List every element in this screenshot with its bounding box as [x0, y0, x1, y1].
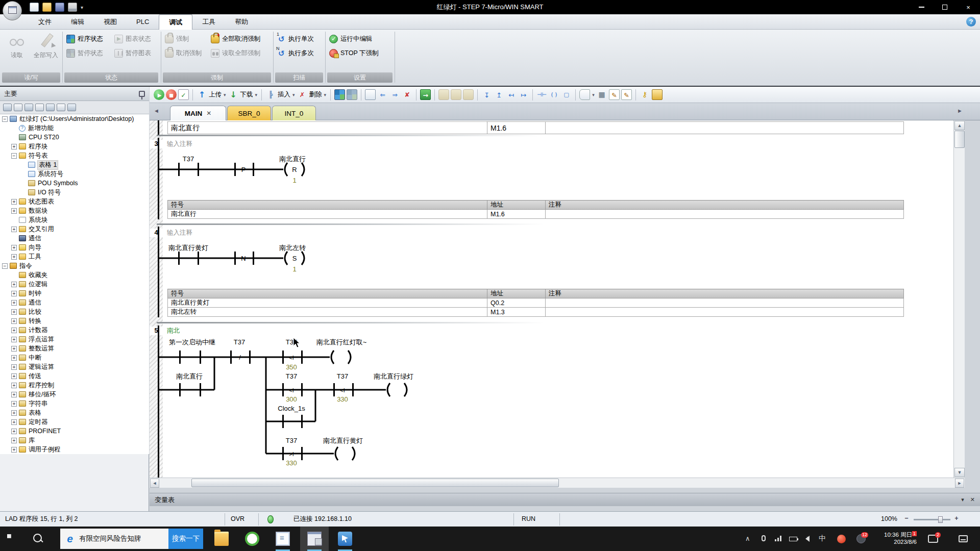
- tree-item[interactable]: 比较: [0, 307, 149, 316]
- tree-item[interactable]: 工具: [0, 252, 149, 261]
- tree-item[interactable]: 程序块: [0, 142, 149, 151]
- tree-expander-icon[interactable]: [11, 364, 17, 370]
- tree-expander-icon[interactable]: [11, 419, 17, 425]
- antivirus-icon[interactable]: [837, 535, 846, 543]
- table-row[interactable]: 南北直行M1.6: [168, 210, 904, 219]
- download-icon[interactable]: [228, 89, 239, 100]
- nav-icon-1[interactable]: [3, 104, 12, 111]
- tree-expander-icon[interactable]: [11, 318, 17, 324]
- start-button-icon[interactable]: [7, 534, 16, 543]
- taskbar-clock[interactable]: 10:36 周日1 2023/8/6: [874, 531, 917, 545]
- tree-expander-icon[interactable]: [11, 328, 17, 333]
- insert-icon[interactable]: [265, 89, 276, 100]
- table-row[interactable]: 南北左转M1.3: [168, 308, 904, 317]
- tree-expander-icon[interactable]: [11, 346, 17, 352]
- network-number[interactable]: 5: [150, 327, 163, 335]
- line-down-icon[interactable]: [481, 89, 492, 100]
- line-right-icon[interactable]: [518, 89, 529, 100]
- tree-item[interactable]: 指令: [0, 261, 149, 270]
- ribbon-pause-chart-button[interactable]: 暂停图表: [114, 47, 151, 59]
- delete-dropdown-icon[interactable]: ▾: [324, 92, 327, 97]
- nav-icon-6[interactable]: [57, 104, 65, 111]
- nav-icon-3[interactable]: [24, 104, 33, 111]
- notepad-icon[interactable]: [276, 532, 290, 546]
- menu-item[interactable]: PLC: [127, 14, 159, 30]
- next-bookmark-icon[interactable]: [389, 89, 400, 100]
- tree-expander-icon[interactable]: [11, 429, 17, 434]
- help-icon[interactable]: [966, 17, 976, 27]
- clear-bookmarks-icon[interactable]: [402, 89, 412, 100]
- browser-icon[interactable]: [245, 532, 259, 546]
- tree-expander-icon[interactable]: [11, 291, 17, 296]
- tree-item[interactable]: 传送: [0, 371, 149, 381]
- action-center-icon[interactable]: [959, 535, 968, 542]
- ribbon-read-button[interactable]: 读取: [3, 32, 31, 70]
- network-comment[interactable]: 输入注释: [167, 140, 192, 148]
- tab-sbr0[interactable]: SBR_0: [227, 106, 271, 120]
- ribbon-execute-single-button[interactable]: 执行单次: [277, 33, 314, 45]
- function-table-icon[interactable]: [597, 89, 607, 100]
- tree-item[interactable]: 符号表: [0, 151, 149, 160]
- tree-item[interactable]: 转换: [0, 316, 149, 325]
- tree-expander-icon[interactable]: [11, 410, 17, 416]
- download-label[interactable]: 下载: [240, 90, 253, 99]
- line-left-icon[interactable]: [506, 89, 517, 100]
- vartab-expand-icon[interactable]: ▾: [961, 493, 964, 506]
- tree-item[interactable]: 逻辑运算: [0, 362, 149, 371]
- tree-item[interactable]: 定时器: [0, 417, 149, 427]
- ribbon-chart-status-button[interactable]: 图表状态: [114, 33, 151, 45]
- download-dropdown-icon[interactable]: ▾: [255, 92, 258, 97]
- line-up-icon[interactable]: [494, 89, 504, 100]
- tree-item[interactable]: 程序控制: [0, 381, 149, 390]
- tree-expander-icon[interactable]: [11, 300, 17, 306]
- app-menu-button[interactable]: [3, 1, 22, 20]
- unforce-toolbar-icon[interactable]: [451, 89, 461, 100]
- vertical-scroll-thumb[interactable]: [954, 131, 965, 148]
- tree-expander-icon[interactable]: [2, 263, 8, 269]
- tree-item[interactable]: PROFINET: [0, 427, 149, 436]
- variable-table-bar[interactable]: 变量表 ▾ ✕: [150, 493, 980, 506]
- tree-expander-icon[interactable]: [11, 254, 17, 260]
- previous-bookmark-icon[interactable]: [377, 89, 388, 100]
- tree-expander-icon[interactable]: [11, 438, 17, 443]
- tree-item[interactable]: 字符串: [0, 399, 149, 408]
- tree-item[interactable]: 表格: [0, 408, 149, 417]
- new-file-icon[interactable]: [30, 3, 39, 12]
- tree-item[interactable]: 数据块: [0, 206, 149, 215]
- table-row[interactable]: 南北直行 M1.6: [168, 122, 904, 134]
- insert-dropdown-icon[interactable]: ▾: [292, 92, 295, 97]
- insert-contact-icon[interactable]: [536, 89, 547, 100]
- tree-item[interactable]: 收藏夹: [0, 270, 149, 280]
- ribbon-write-all-button[interactable]: 全部写入: [31, 32, 61, 70]
- network-comment[interactable]: 南北: [167, 327, 180, 335]
- tree-item[interactable]: 表格 1: [0, 160, 149, 169]
- microphone-icon[interactable]: [762, 535, 766, 541]
- address-tag-dropdown-icon[interactable]: ▾: [592, 92, 595, 97]
- tree-expander-icon[interactable]: [11, 309, 17, 315]
- taskbar-search-box[interactable]: 有限空间风险告知牌: [60, 529, 168, 549]
- horizontal-scrollbar[interactable]: ◄ ►: [150, 478, 965, 488]
- tree-expander-icon[interactable]: [11, 208, 17, 214]
- address-tag-icon[interactable]: [579, 89, 590, 100]
- search-go-button[interactable]: 搜索一下: [168, 529, 203, 549]
- file-explorer-icon[interactable]: [214, 532, 229, 546]
- tree-item[interactable]: 移位/循环: [0, 390, 149, 399]
- nav-icon-4[interactable]: [35, 104, 44, 111]
- nav-icon-7[interactable]: [67, 104, 76, 111]
- upload-icon[interactable]: [197, 89, 207, 100]
- network-number[interactable]: 4: [150, 229, 163, 237]
- tree-item[interactable]: 系统符号: [0, 169, 149, 179]
- upload-dropdown-icon[interactable]: ▾: [224, 92, 226, 97]
- horizontal-scroll-thumb[interactable]: [191, 479, 559, 487]
- zoom-slider-thumb[interactable]: [938, 516, 943, 523]
- save-icon[interactable]: [55, 3, 64, 12]
- tree-item[interactable]: 位逻辑: [0, 280, 149, 289]
- tree-item[interactable]: 时钟: [0, 289, 149, 298]
- ribbon-run-edit-button[interactable]: 运行中编辑: [329, 33, 373, 45]
- close-button[interactable]: ×: [957, 0, 980, 14]
- tree-item[interactable]: 交叉引用: [0, 224, 149, 234]
- tree-expander-icon[interactable]: [2, 116, 8, 122]
- tree-item[interactable]: 调用子例程: [0, 445, 149, 454]
- program-status-toolbar-icon[interactable]: [334, 89, 345, 100]
- print-icon[interactable]: [68, 3, 77, 12]
